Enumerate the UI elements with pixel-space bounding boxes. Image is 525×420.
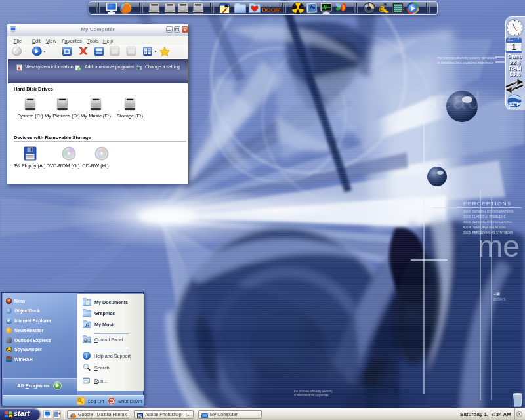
svg-text:1: 1 xyxy=(511,42,516,52)
svg-text:0 kb: 0 kb xyxy=(511,87,518,92)
svg-text:DOOM: DOOM xyxy=(262,6,281,13)
svg-text:44°F: 44°F xyxy=(509,102,520,107)
svg-text:63%: 63% xyxy=(509,71,520,77)
